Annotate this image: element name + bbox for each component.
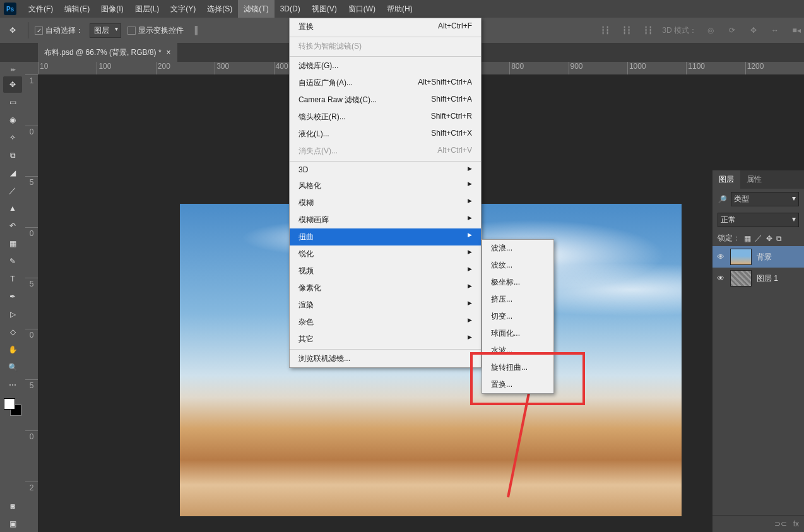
- filter-menu-item[interactable]: 浏览联机滤镜...: [290, 349, 481, 367]
- mode3d-label: 3D 模式：: [662, 25, 697, 36]
- layer-row[interactable]: 👁 图层 1: [712, 268, 804, 289]
- menu-bar: Ps 文件(F) 编辑(E) 图像(I) 图层(L) 文字(Y) 选择(S) 滤…: [0, 0, 804, 18]
- layers-panel: 图层 属性 🔎 类型▾ 正常▾ 锁定： ▦ ／ ✥ ⧉ 👁 背景 👁 图层 1 …: [712, 170, 804, 532]
- pen-tool[interactable]: ✒: [3, 288, 22, 305]
- crop-tool[interactable]: ⧉: [3, 147, 22, 163]
- lock-pixels-icon[interactable]: ▦: [744, 234, 751, 243]
- filter-menu-item[interactable]: 像素化: [290, 280, 481, 297]
- filter-menu-item[interactable]: 其它: [290, 331, 481, 348]
- hand-tool[interactable]: ✋: [3, 341, 22, 358]
- close-tab-icon[interactable]: ×: [167, 43, 171, 62]
- menu-layer[interactable]: 图层(L): [129, 0, 165, 18]
- stamp-tool[interactable]: ▲: [3, 200, 22, 216]
- filter-menu-item[interactable]: 3D: [290, 161, 481, 177]
- layer-row[interactable]: 👁 背景: [712, 246, 804, 268]
- type-tool[interactable]: T: [3, 271, 22, 287]
- lock-brush-icon[interactable]: ／: [755, 233, 762, 244]
- distort-menu-item[interactable]: 挤压...: [482, 291, 553, 308]
- magic-wand-tool[interactable]: ✧: [3, 129, 22, 146]
- menu-edit[interactable]: 编辑(E): [59, 0, 95, 18]
- distort-menu-item[interactable]: 极坐标...: [482, 274, 553, 291]
- distort-menu-item[interactable]: 球面化...: [482, 325, 553, 342]
- filter-menu-item[interactable]: 杂色: [290, 314, 481, 331]
- filter-menu-item[interactable]: Camera Raw 滤镜(C)...Shift+Ctrl+A: [290, 92, 481, 109]
- layer-fx-icon[interactable]: fx: [793, 519, 799, 528]
- layer-thumb[interactable]: [730, 249, 752, 265]
- filter-menu-item[interactable]: 风格化: [290, 177, 481, 194]
- slide-3d-icon[interactable]: ↔: [767, 23, 783, 38]
- menu-image[interactable]: 图像(I): [95, 0, 129, 18]
- layer-name[interactable]: 图层 1: [757, 273, 778, 284]
- ruler-origin[interactable]: [25, 62, 38, 74]
- filter-menu-item[interactable]: 自适应广角(A)...Alt+Shift+Ctrl+A: [290, 74, 481, 92]
- menu-filter[interactable]: 滤镜(T): [238, 0, 274, 18]
- distort-submenu: 波浪...波纹...极坐标...挤压...切变...球面化...水波...旋转扭…: [482, 239, 554, 394]
- collapse-toolbar-icon[interactable]: ▸▸: [3, 66, 22, 73]
- history-brush-tool[interactable]: ↶: [3, 218, 22, 234]
- layer-filter-select[interactable]: 类型▾: [731, 192, 799, 206]
- layer-thumb[interactable]: [730, 270, 752, 287]
- tab-layers[interactable]: 图层: [712, 170, 740, 189]
- marquee-tool[interactable]: ▭: [3, 94, 22, 110]
- distribute-icon[interactable]: ┇┇: [619, 23, 634, 38]
- menu-help[interactable]: 帮助(H): [381, 0, 418, 18]
- orbit-3d-icon[interactable]: ◎: [703, 23, 718, 38]
- document-tab[interactable]: 布料.psd @ 66.7% (背景, RGB/8) * ×: [38, 43, 177, 62]
- lock-position-icon[interactable]: ✥: [766, 234, 772, 243]
- filter-menu-item[interactable]: 模糊画廊: [290, 211, 481, 228]
- filter-menu-item[interactable]: 镜头校正(R)...Shift+Ctrl+R: [290, 109, 481, 126]
- menu-3d[interactable]: 3D(D): [275, 0, 306, 18]
- distribute-icon[interactable]: ┇┇: [598, 23, 613, 38]
- menu-file[interactable]: 文件(F): [23, 0, 59, 18]
- color-swatches[interactable]: [4, 398, 21, 416]
- distort-menu-item[interactable]: 波浪...: [482, 240, 553, 257]
- distort-menu-item[interactable]: 切变...: [482, 308, 553, 325]
- menu-view[interactable]: 视图(V): [306, 0, 343, 18]
- distort-menu-item[interactable]: 水波...: [482, 342, 553, 359]
- visibility-icon[interactable]: 👁: [716, 252, 725, 261]
- menu-type[interactable]: 文字(Y): [165, 0, 201, 18]
- lasso-tool[interactable]: ◉: [3, 112, 22, 128]
- filter-menu-item[interactable]: 视频: [290, 263, 481, 280]
- ruler-vertical[interactable]: 105050502: [25, 74, 38, 532]
- pan-3d-icon[interactable]: ✥: [746, 23, 761, 38]
- move-tool[interactable]: ✥: [3, 76, 22, 93]
- align-left-icon[interactable]: ▌: [190, 23, 205, 38]
- filter-menu-item[interactable]: 渲染: [290, 297, 481, 314]
- camera-3d-icon[interactable]: ■◂: [789, 23, 804, 38]
- shape-tool[interactable]: ◇: [3, 324, 22, 340]
- distort-menu-item[interactable]: 波纹...: [482, 257, 553, 274]
- layer-name[interactable]: 背景: [757, 252, 772, 263]
- filter-menu-item[interactable]: 滤镜库(G)...: [290, 56, 481, 74]
- pencil-tool[interactable]: ✎: [3, 253, 22, 269]
- screen-mode-icon[interactable]: ▣: [3, 516, 22, 532]
- path-select-tool[interactable]: ▷: [3, 306, 22, 322]
- layer-list: 👁 背景 👁 图层 1: [712, 246, 804, 515]
- distribute-icon[interactable]: ┇┇: [641, 23, 656, 38]
- quick-mask-icon[interactable]: ◙: [3, 498, 22, 514]
- link-layers-icon[interactable]: ⊃⊂: [774, 519, 787, 528]
- filter-menu-item[interactable]: 锐化: [290, 245, 481, 263]
- menu-window[interactable]: 窗口(W): [343, 0, 381, 18]
- auto-select-checkbox[interactable]: 自动选择：: [35, 25, 83, 36]
- eyedropper-tool[interactable]: ◢: [3, 165, 22, 181]
- distort-menu-item[interactable]: 旋转扭曲...: [482, 359, 553, 376]
- distort-menu-item[interactable]: 置换...: [482, 376, 553, 393]
- tab-properties[interactable]: 属性: [740, 170, 768, 189]
- brush-tool[interactable]: ／: [3, 182, 22, 199]
- roll-3d-icon[interactable]: ⟳: [724, 23, 740, 38]
- menu-select[interactable]: 选择(S): [201, 0, 238, 18]
- fg-color-swatch[interactable]: [4, 398, 15, 410]
- lock-artboard-icon[interactable]: ⧉: [776, 234, 782, 243]
- filter-menu-item[interactable]: 置换Alt+Ctrl+F: [290, 18, 481, 35]
- filter-menu-item[interactable]: 模糊: [290, 194, 481, 211]
- zoom-tool[interactable]: 🔍: [3, 359, 22, 375]
- auto-select-target[interactable]: 图层: [90, 23, 121, 38]
- filter-menu-item[interactable]: 扭曲: [290, 228, 481, 245]
- filter-menu-item[interactable]: 液化(L)...Shift+Ctrl+X: [290, 126, 481, 143]
- show-transform-checkbox[interactable]: 显示变换控件: [127, 25, 184, 36]
- edit-toolbar[interactable]: ⋯: [3, 377, 22, 393]
- blend-mode-select[interactable]: 正常▾: [718, 213, 799, 227]
- gradient-tool[interactable]: ▦: [3, 235, 22, 252]
- visibility-icon[interactable]: 👁: [716, 274, 725, 283]
